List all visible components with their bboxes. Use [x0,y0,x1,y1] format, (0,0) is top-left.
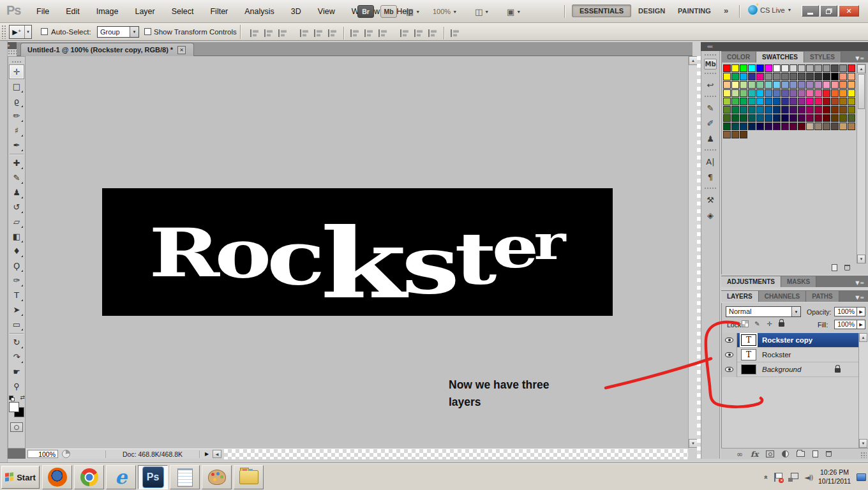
taskbar-item-file-manager[interactable] [234,465,264,489]
auto-select-scope-dropdown[interactable]: Group ▼ [97,26,139,38]
panel-resize-grip[interactable] [860,452,867,458]
swatch[interactable] [756,106,764,114]
swatch[interactable] [740,131,747,138]
network-icon[interactable] [788,473,798,482]
layer-row-background[interactable]: Background [722,362,858,377]
swatch[interactable] [740,64,747,72]
action-center-icon[interactable]: ✕ [773,472,782,482]
swatch[interactable] [740,81,747,89]
move-tool-preset[interactable]: ▶⁺ ▼ [9,25,32,39]
eraser-tool[interactable]: ▱ [9,214,24,229]
swatch[interactable] [814,64,822,72]
swatch[interactable] [731,81,739,89]
restore-button[interactable] [820,5,837,17]
swatch[interactable] [765,122,772,130]
visibility-toggle[interactable] [722,333,737,348]
right-dock-collapse-button[interactable]: «« [701,42,868,51]
swatch[interactable] [773,73,781,80]
swatch[interactable] [806,98,814,105]
layer-name[interactable]: Rockster copy [762,336,812,344]
swatch[interactable] [723,98,731,105]
lock-all-button[interactable] [777,320,786,328]
swatch[interactable] [773,89,781,97]
swatch[interactable] [831,81,839,89]
panel-menu-icon[interactable]: ▼≡ [855,56,868,63]
swatch[interactable] [848,81,855,89]
swatch[interactable] [723,122,731,130]
swatch[interactable] [798,106,805,114]
screen-mode-button[interactable]: ▣▼ [507,5,521,18]
workspace-tab-painting[interactable]: PAINTING [678,7,711,15]
layer-name[interactable]: Background [762,366,801,373]
menu-edit[interactable]: Edit [57,7,88,16]
show-desktop-button[interactable] [857,473,866,481]
swatch[interactable] [831,89,839,97]
align-top-edges-button[interactable] [249,29,260,38]
swatch[interactable] [748,64,756,72]
swatch[interactable] [773,106,781,114]
tab-adjustments[interactable]: ADJUSTMENTS [721,276,781,287]
swatch[interactable] [781,73,789,80]
add-layer-mask-button[interactable] [766,450,774,457]
swatch[interactable] [848,64,855,72]
swatch[interactable] [814,81,822,89]
brush-panel[interactable]: ✎ [703,100,718,115]
swatch[interactable] [798,98,805,105]
swatch[interactable] [723,64,731,72]
clone-stamp-tool[interactable]: ♟ [9,185,24,200]
align-horizontal-centers-button[interactable] [313,29,324,38]
lock-transparency-button[interactable] [741,320,749,328]
eyedropper-tool[interactable]: ✒ [9,138,24,152]
spot-healing-brush-tool[interactable]: ✚ [9,156,24,170]
swatch[interactable] [756,81,764,89]
swatch[interactable] [756,122,764,130]
swatch[interactable] [723,114,731,122]
taskbar-item-paint[interactable] [202,465,232,489]
scrollbar-thumb[interactable] [858,74,865,109]
swatch[interactable] [731,98,739,105]
layer-name[interactable]: Rockster [762,351,791,359]
blend-mode-dropdown[interactable]: Normal ▼ [726,306,801,317]
swatch[interactable] [748,122,756,130]
tools-panel-grip[interactable] [11,61,22,63]
swatch[interactable] [756,98,764,105]
swatch[interactable] [839,81,847,89]
speaker-icon[interactable]: ◄)) [804,473,812,482]
character-panel[interactable]: A| [703,154,718,169]
3d-panel[interactable]: ◈ [703,207,718,223]
zoom-level-control[interactable]: 100%▼ [433,5,457,18]
swatch[interactable] [848,98,855,105]
swatch[interactable] [823,89,830,97]
layer-styles-button[interactable]: fx [751,450,758,459]
swatch[interactable] [756,89,764,97]
scroll-up-icon[interactable]: ▲ [689,56,698,65]
distribute-vertical-centers-button[interactable] [363,29,374,38]
swatch[interactable] [723,73,731,80]
swatch[interactable] [781,106,789,114]
swatch[interactable] [740,89,747,97]
auto-align-layers-button[interactable] [449,29,460,38]
distribute-bottom-edges-button[interactable] [377,29,388,38]
status-zoom-input[interactable] [27,450,58,458]
3d-camera-rotate-tool[interactable]: ↷ [9,350,24,364]
swatch[interactable] [789,73,797,80]
swatch[interactable] [789,89,797,97]
swatch[interactable] [848,106,855,114]
minimize-button[interactable] [802,5,819,17]
swatch[interactable] [798,122,805,130]
swatch[interactable] [798,89,805,97]
swatches-scrollbar[interactable]: ▲ ▼ [857,64,866,264]
swatch[interactable] [765,89,772,97]
swatch[interactable] [823,64,830,72]
rectangular-marquee-tool[interactable]: □ [9,79,24,94]
panel-menu-icon[interactable]: ▼≡ [855,280,868,287]
tab-styles[interactable]: STYLES [804,52,841,63]
swatch[interactable] [723,89,731,97]
swatch[interactable] [748,114,756,122]
distribute-horizontal-centers-button[interactable] [413,29,424,38]
scroll-left-icon[interactable]: ◀ [213,450,221,458]
swatch[interactable] [806,73,814,80]
swatch[interactable] [798,81,805,89]
opacity-slider-icon[interactable]: ▶ [857,307,865,316]
quick-selection-tool[interactable]: ✏ [9,108,24,123]
